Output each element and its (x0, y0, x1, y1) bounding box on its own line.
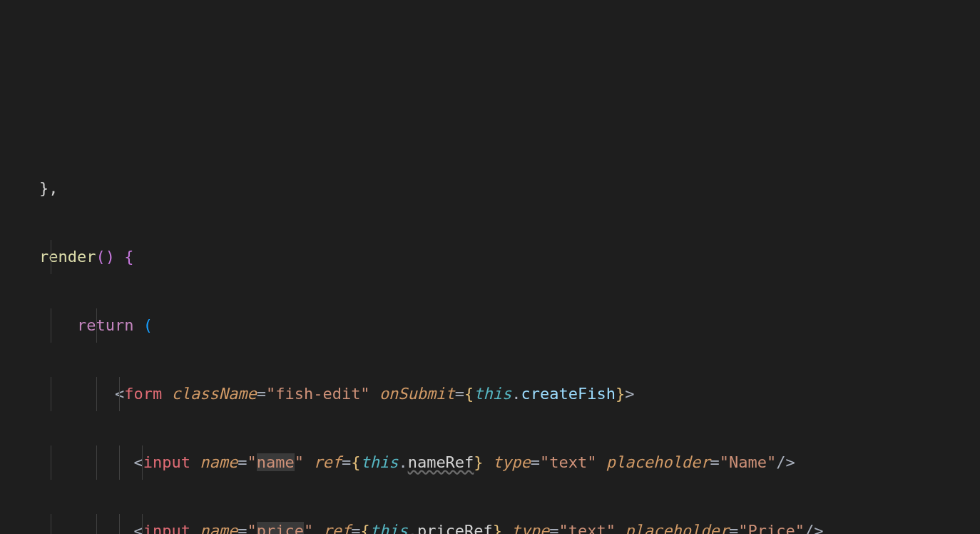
jsx-attr: className (171, 385, 256, 403)
jsx-attr: type (511, 522, 549, 534)
jsx-attr: type (493, 453, 531, 471)
string: "fish-edit" (266, 385, 370, 403)
code-line: <form className="fish-edit" onSubmit={th… (0, 377, 980, 411)
string: "text" (559, 522, 616, 534)
jsx-attr: ref (313, 453, 342, 471)
jsx-attr: onSubmit (379, 385, 455, 403)
code-line: <input name="name" ref={this.nameRef} ty… (0, 445, 980, 480)
text: " (247, 453, 256, 471)
string: "Price" (738, 522, 805, 534)
selected-text: name (257, 453, 295, 471)
code-line: return ( (0, 308, 980, 343)
jsx-attr: name (200, 522, 238, 534)
code-line: }, (0, 171, 980, 206)
jsx-attr: ref (322, 522, 351, 534)
string: "text" (540, 453, 596, 471)
code-editor[interactable]: }, render() { return ( <form className="… (0, 137, 980, 534)
text: { (115, 248, 134, 266)
code-line: <input name="price" ref={this.priceRef} … (0, 514, 980, 534)
text: " (304, 522, 313, 534)
text: " (247, 522, 256, 534)
selected-text: price (257, 522, 304, 534)
jsx-attr: placeholder (625, 522, 729, 534)
jsx-attr: name (200, 453, 238, 471)
code-line: render() { (0, 240, 980, 274)
text: this (474, 385, 511, 403)
jsx-tag: input (143, 453, 190, 471)
property: nameRef (408, 453, 474, 471)
text: () (96, 248, 115, 266)
jsx-attr: placeholder (606, 453, 710, 471)
method: createFish (521, 385, 616, 403)
jsx-tag: input (143, 522, 190, 534)
jsx-tag: form (124, 385, 162, 403)
text: this (370, 522, 408, 534)
text: }, (39, 179, 58, 197)
string: "Name" (720, 453, 776, 471)
text: ( (133, 316, 153, 334)
text: " (295, 453, 304, 471)
function-name: render (39, 248, 96, 266)
keyword: return (77, 316, 133, 334)
text: this (360, 453, 398, 471)
property: priceRef (417, 522, 493, 534)
